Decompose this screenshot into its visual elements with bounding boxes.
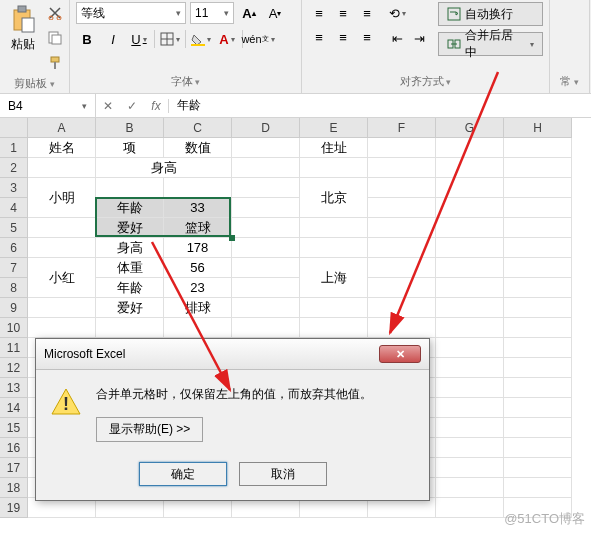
cell[interactable]: 体重 bbox=[96, 258, 164, 278]
cell[interactable] bbox=[300, 238, 368, 258]
col-header[interactable]: C bbox=[164, 118, 232, 138]
cell[interactable]: 年龄 bbox=[96, 278, 164, 298]
cell[interactable] bbox=[232, 258, 300, 278]
copy-button[interactable] bbox=[44, 27, 66, 49]
cell[interactable] bbox=[504, 298, 572, 318]
row-header[interactable]: 10 bbox=[0, 318, 28, 338]
cell[interactable] bbox=[28, 318, 96, 338]
decrease-indent-button[interactable]: ⇤ bbox=[386, 27, 408, 49]
cell[interactable]: 排球 bbox=[164, 298, 232, 318]
cell[interactable] bbox=[232, 238, 300, 258]
cell[interactable]: 小明 bbox=[28, 178, 96, 218]
cut-button[interactable] bbox=[44, 2, 66, 24]
cell[interactable] bbox=[436, 498, 504, 518]
cell[interactable] bbox=[504, 258, 572, 278]
cell[interactable] bbox=[232, 298, 300, 318]
row-header[interactable]: 1 bbox=[0, 138, 28, 158]
row-header[interactable]: 9 bbox=[0, 298, 28, 318]
cell[interactable] bbox=[28, 298, 96, 318]
cell[interactable] bbox=[368, 278, 436, 298]
cell[interactable]: 北京 bbox=[300, 178, 368, 218]
row-header[interactable]: 3 bbox=[0, 178, 28, 198]
orientation-button[interactable]: ⟲ bbox=[386, 2, 408, 24]
row-header[interactable]: 2 bbox=[0, 158, 28, 178]
cell[interactable] bbox=[368, 178, 436, 198]
cell[interactable] bbox=[368, 198, 436, 218]
cell[interactable] bbox=[368, 318, 436, 338]
cell[interactable] bbox=[232, 198, 300, 218]
cancel-button[interactable]: 取消 bbox=[239, 462, 327, 486]
italic-button[interactable]: I bbox=[102, 28, 124, 50]
col-header[interactable]: A bbox=[28, 118, 96, 138]
cell[interactable] bbox=[28, 498, 96, 518]
align-top-button[interactable]: ≡ bbox=[308, 2, 330, 24]
cell[interactable] bbox=[232, 138, 300, 158]
col-header[interactable]: D bbox=[232, 118, 300, 138]
cell[interactable] bbox=[436, 418, 504, 438]
select-all-corner[interactable] bbox=[0, 118, 28, 138]
cell[interactable] bbox=[368, 498, 436, 518]
cell[interactable] bbox=[504, 358, 572, 378]
cell[interactable] bbox=[164, 178, 232, 198]
merge-center-button[interactable]: 合并后居中 bbox=[438, 32, 543, 56]
cell[interactable]: 小红 bbox=[28, 258, 96, 298]
cell[interactable] bbox=[96, 498, 164, 518]
row-header[interactable]: 13 bbox=[0, 378, 28, 398]
cell[interactable] bbox=[96, 178, 164, 198]
cell[interactable] bbox=[368, 298, 436, 318]
cell[interactable] bbox=[504, 318, 572, 338]
cell[interactable] bbox=[436, 178, 504, 198]
cell[interactable] bbox=[232, 318, 300, 338]
cell[interactable] bbox=[436, 218, 504, 238]
decrease-font-button[interactable]: A▾ bbox=[264, 2, 286, 24]
row-header[interactable]: 7 bbox=[0, 258, 28, 278]
cell[interactable] bbox=[436, 458, 504, 478]
row-header[interactable]: 17 bbox=[0, 458, 28, 478]
cell[interactable] bbox=[232, 218, 300, 238]
cell[interactable] bbox=[504, 438, 572, 458]
cell[interactable]: 年龄 bbox=[96, 198, 164, 218]
cell[interactable] bbox=[232, 498, 300, 518]
cell[interactable] bbox=[436, 478, 504, 498]
align-bottom-button[interactable]: ≡ bbox=[356, 2, 378, 24]
cell[interactable]: 项 bbox=[96, 138, 164, 158]
name-box[interactable]: B4▾ bbox=[0, 94, 96, 117]
row-header[interactable]: 8 bbox=[0, 278, 28, 298]
cell[interactable] bbox=[28, 158, 96, 178]
cell[interactable] bbox=[300, 218, 368, 238]
enter-formula-button[interactable]: ✓ bbox=[120, 99, 144, 113]
cell[interactable] bbox=[436, 158, 504, 178]
cell[interactable] bbox=[28, 218, 96, 238]
row-header[interactable]: 14 bbox=[0, 398, 28, 418]
cell[interactable]: 身高 bbox=[96, 238, 164, 258]
align-left-button[interactable]: ≡ bbox=[308, 26, 330, 48]
cell[interactable] bbox=[368, 218, 436, 238]
cell[interactable]: 数值 bbox=[164, 138, 232, 158]
cell[interactable]: 178 bbox=[164, 238, 232, 258]
cell[interactable] bbox=[232, 178, 300, 198]
cell[interactable] bbox=[28, 238, 96, 258]
show-help-button[interactable]: 显示帮助(E) >> bbox=[96, 417, 203, 442]
cell[interactable] bbox=[164, 318, 232, 338]
cell[interactable] bbox=[504, 138, 572, 158]
cell[interactable] bbox=[436, 398, 504, 418]
cell[interactable] bbox=[504, 398, 572, 418]
cell[interactable]: 姓名 bbox=[28, 138, 96, 158]
cell[interactable] bbox=[300, 298, 368, 318]
cell[interactable] bbox=[436, 138, 504, 158]
phonetic-button[interactable]: wén文 bbox=[247, 28, 269, 50]
align-right-button[interactable]: ≡ bbox=[356, 26, 378, 48]
align-middle-button[interactable]: ≡ bbox=[332, 2, 354, 24]
row-header[interactable]: 18 bbox=[0, 478, 28, 498]
cell[interactable] bbox=[368, 138, 436, 158]
cell[interactable] bbox=[232, 158, 300, 178]
cell[interactable] bbox=[436, 258, 504, 278]
col-header[interactable]: E bbox=[300, 118, 368, 138]
fill-color-button[interactable] bbox=[190, 28, 212, 50]
col-header[interactable]: F bbox=[368, 118, 436, 138]
cell[interactable] bbox=[504, 158, 572, 178]
row-header[interactable]: 6 bbox=[0, 238, 28, 258]
ok-button[interactable]: 确定 bbox=[139, 462, 227, 486]
cell[interactable]: 33 bbox=[164, 198, 232, 218]
increase-indent-button[interactable]: ⇥ bbox=[408, 27, 430, 49]
